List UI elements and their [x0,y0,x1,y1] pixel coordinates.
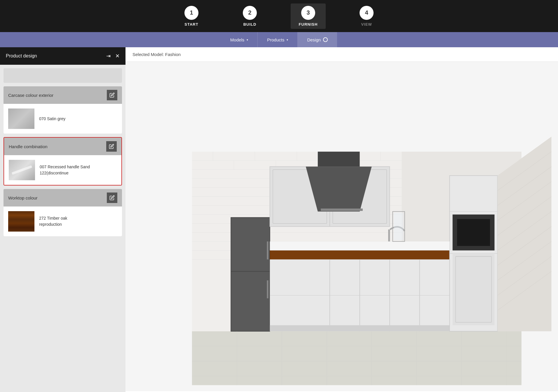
svg-rect-49 [453,253,495,325]
worktop-edit-button[interactable] [107,192,117,203]
step-2-build[interactable]: 2 BUILD [232,6,267,27]
worktop-text: 272 Timber oak reproduction [39,215,67,228]
carcase-header: Carcase colour exterior [4,86,122,104]
step-1-start[interactable]: 1 START [174,6,209,27]
svg-rect-52 [318,152,360,167]
svg-rect-56 [270,242,450,251]
carcase-title: Carcase colour exterior [8,93,53,98]
svg-marker-0 [192,331,522,385]
carcase-content: 070 Satin grey [4,104,122,134]
subnav-design-label: Design [307,37,321,42]
worktop-header: Worktop colour [4,189,122,206]
handle-edit-button[interactable] [106,141,117,152]
carcase-text: 070 Satin grey [39,116,65,122]
handle-header: Handle combination [4,138,121,155]
top-navigation: 1 START 2 BUILD 3 FURNISH 4 VIEW [0,0,558,32]
carcase-section: Carcase colour exterior 070 Satin grey [4,86,122,134]
step-1-circle: 1 [184,6,198,20]
step-2-label: BUILD [243,22,257,27]
subnav-products-label: Products [267,37,284,42]
main-content: Product design ⇥ ✕ Carcase colour exteri… [0,47,558,392]
panel-title: Product design [6,53,37,59]
step-3-label: FURNISH [299,22,318,27]
svg-rect-24 [231,218,270,331]
svg-rect-28 [267,280,268,298]
subnav-design[interactable]: Design [298,32,337,47]
close-panel-button[interactable]: ✕ [115,53,120,59]
worktop-content: 272 Timber oak reproduction [4,206,122,236]
subnav-models-chevron: ▾ [247,38,248,41]
worktop-section: Worktop colour 272 Timber oak reproducti… [4,189,122,236]
svg-rect-78 [394,213,404,240]
subnav-design-circle [323,37,328,42]
step-4-label: VIEW [361,22,372,27]
svg-rect-29 [270,251,450,260]
handle-text: 007 Recessed handle Sand 122(discontinue [40,164,90,176]
step-4-circle: 4 [360,6,374,20]
step-2-circle: 2 [243,6,257,20]
svg-rect-27 [267,242,268,260]
collapse-panel-button[interactable]: ⇥ [106,53,111,59]
kitchen-illustration [125,62,558,391]
worktop-thumbnail [8,211,34,232]
worktop-title: Worktop colour [8,195,38,200]
left-panel: Product design ⇥ ✕ Carcase colour exteri… [0,47,125,392]
selected-model-text: Selected Model: Fashion [132,52,181,57]
subnav-products[interactable]: Products ▾ [258,32,298,47]
step-1-label: START [184,22,198,27]
handle-title: Handle combination [9,144,48,149]
svg-rect-48 [457,219,490,246]
svg-rect-37 [270,325,450,331]
panel-header-actions: ⇥ ✕ [106,53,120,59]
handle-content: 007 Recessed handle Sand 122(discontinue [4,155,121,185]
handle-edit-icon [109,144,114,149]
subnav-models-label: Models [230,37,244,42]
step-4-view[interactable]: 4 VIEW [349,6,384,27]
partial-top-card [4,68,122,83]
handle-thumbnail [9,160,35,180]
subnav-products-chevron: ▾ [287,38,288,41]
panel-header: Product design ⇥ ✕ [0,47,125,65]
worktop-edit-icon [109,195,115,200]
edit-icon [109,92,115,98]
handle-section: Handle combination 007 Recessed handle S… [4,137,122,186]
svg-rect-53 [321,209,363,211]
3d-view[interactable] [125,62,558,391]
right-panel: Selected Model: Fashion [125,47,558,392]
subnav-models[interactable]: Models ▾ [221,32,258,47]
selected-model-bar: Selected Model: Fashion [125,47,558,62]
carcase-thumbnail [8,108,34,129]
carcase-edit-button[interactable] [107,90,117,100]
step-3-circle: 3 [301,6,315,20]
sub-navigation: Models ▾ Products ▾ Design [0,32,558,47]
step-3-furnish[interactable]: 3 FURNISH [291,4,326,29]
